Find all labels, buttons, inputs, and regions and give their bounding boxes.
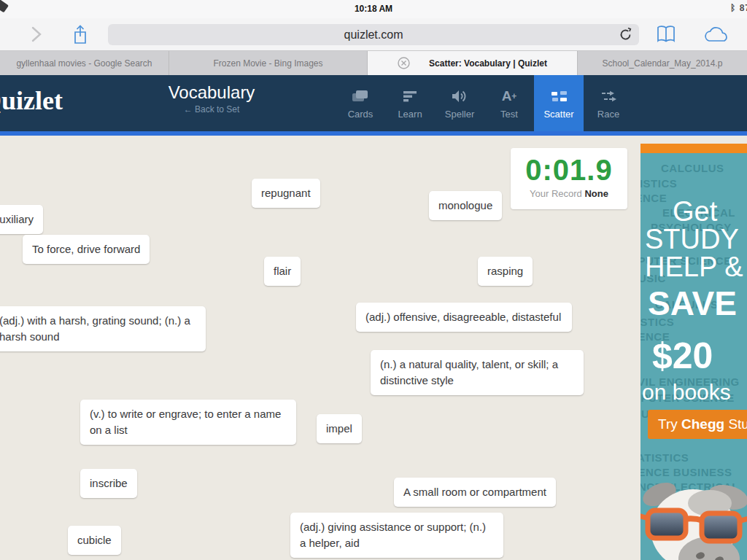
browser-toolbar: quizlet.com [0, 18, 747, 51]
quizlet-navbar: Quizlet Vocabulary ← Back to Set Cards L… [0, 75, 747, 131]
set-title: Vocabulary [117, 82, 306, 103]
speaker-icon [451, 87, 468, 106]
tab-school-calendar[interactable]: School_Calendar_May_2014.p [578, 51, 747, 75]
ad-headline: $20 [652, 335, 713, 377]
term-card[interactable]: repugnant [252, 179, 320, 208]
definition-card[interactable]: (adj.) offensive, disagreeable, distaste… [356, 303, 572, 332]
bluetooth-icon: ᛒ [730, 3, 736, 13]
ad-headline: on books [642, 380, 731, 405]
definition-card[interactable]: A small room or compartment [394, 478, 556, 507]
term-card[interactable]: monologue [429, 191, 502, 220]
test-a-plus-icon: A+ [502, 87, 517, 106]
record-label: Your Record [530, 188, 582, 199]
refresh-icon[interactable] [619, 24, 633, 45]
nav-item-test[interactable]: A+ Test [484, 75, 534, 131]
try-chegg-button[interactable]: Try Chegg Study [648, 410, 747, 439]
close-tab-icon[interactable] [398, 57, 410, 69]
bookmarks-icon[interactable] [655, 24, 677, 44]
forward-button[interactable] [28, 25, 45, 44]
ad-headline: Get [673, 196, 717, 228]
nav-item-race[interactable]: Race [584, 75, 633, 131]
learn-icon [402, 87, 418, 106]
ad-headline: SAVE [648, 284, 737, 323]
ad-headline: STUDY [645, 224, 739, 255]
nav-item-cards[interactable]: Cards [336, 75, 385, 131]
tab-google-search[interactable]: gyllenhaal movies - Google Search [0, 51, 169, 75]
cards-icon [351, 87, 370, 106]
tab-bar: gyllenhaal movies - Google Search Frozen… [0, 51, 747, 75]
term-card[interactable]: inscribe [80, 469, 137, 498]
definition-card[interactable]: (adj.) giving assistance or support; (n.… [290, 513, 503, 558]
status-time: 10:18 AM [0, 4, 747, 14]
url-text: quizlet.com [344, 28, 403, 41]
quizlet-logo[interactable]: Quizlet [0, 85, 63, 116]
mode-nav: Cards Learn Speller A+ Test [336, 75, 633, 131]
icloud-tabs-icon[interactable] [702, 26, 732, 44]
nav-item-learn[interactable]: Learn [385, 75, 435, 131]
term-card[interactable]: flair [264, 257, 301, 286]
tab-bing-images[interactable]: Frozen Movie - Bing Images [169, 51, 368, 75]
scatter-game-board: repugnant monologue auxiliary To force, … [0, 136, 747, 560]
chegg-ad-banner[interactable]: CALCULUS STATISTICS SCIENCE ELECTRICAL P… [640, 144, 747, 560]
back-to-set-link[interactable]: ← Back to Set [117, 104, 306, 114]
term-card[interactable]: rasping [478, 257, 533, 286]
term-card[interactable]: auxiliary [0, 205, 43, 234]
term-card[interactable]: impel [317, 414, 362, 443]
definition-card[interactable]: (n.) a natural quality, talent, or skill… [371, 350, 584, 395]
ad-accent-bar [640, 144, 747, 153]
scatter-icon [549, 87, 568, 106]
goat-mascot-image [640, 472, 747, 560]
ad-headline: HELP & [645, 252, 743, 283]
timer-panel: 0:01.9 Your Record None [511, 148, 627, 209]
status-bar: 10:18 AM ᛒ 87 [0, 0, 747, 18]
definition-card[interactable]: (v.) to write or engrave; to enter a nam… [80, 400, 296, 445]
tab-quizlet-active[interactable]: Scatter: Vocabulary | Quizlet [368, 51, 578, 75]
share-icon[interactable] [71, 24, 89, 45]
term-card[interactable]: cubicle [68, 526, 121, 555]
record-value: None [584, 188, 608, 199]
definition-card[interactable]: To force, drive forward [23, 235, 150, 264]
safari-window: 10:18 AM ᛒ 87 quizlet.com gyllenhaal mov [0, 0, 747, 560]
battery-percent: 87 [740, 3, 747, 13]
race-icon [599, 87, 618, 106]
nav-item-speller[interactable]: Speller [435, 75, 484, 131]
timer-value: 0:01.9 [511, 154, 627, 187]
nav-item-scatter[interactable]: Scatter [534, 75, 584, 131]
definition-card[interactable]: (adj.) with a harsh, grating sound; (n.)… [0, 306, 206, 351]
address-bar[interactable]: quizlet.com [108, 24, 639, 45]
